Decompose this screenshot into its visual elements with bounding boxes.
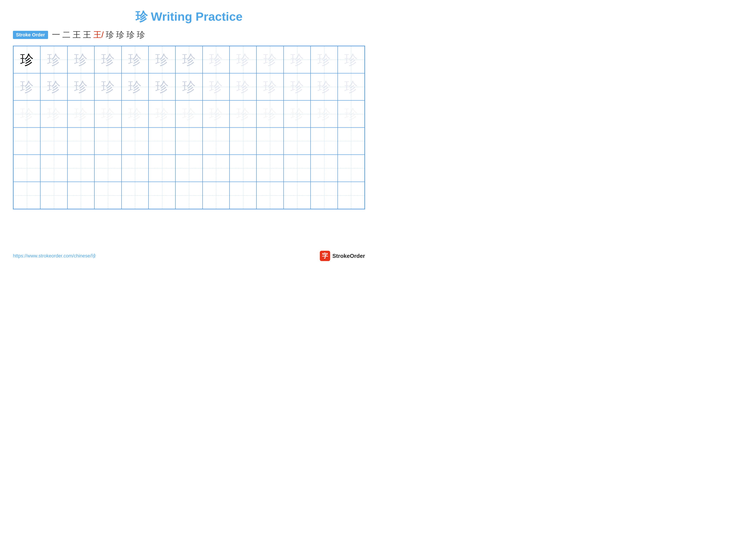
grid-cell[interactable]: 珍 [14,100,40,128]
grid-cell[interactable] [94,182,121,209]
grid-cell[interactable]: 珍 [148,100,176,128]
grid-cell[interactable]: 珍 [202,100,230,128]
grid-cell[interactable] [202,128,230,155]
grid-cell[interactable]: 珍 [230,46,256,73]
grid-cell[interactable]: 珍 [284,46,310,73]
page-title: 珍 Writing Practice [13,9,365,25]
grid-cell[interactable]: 珍 [148,46,176,73]
grid-cell[interactable] [338,128,364,155]
grid-cell[interactable] [202,155,230,182]
grid-cell[interactable] [256,182,284,209]
cell-character: 珍 [317,107,331,121]
cell-character: 珍 [209,80,223,93]
cell-character: 珍 [155,53,169,66]
stroke-8: 珍 [126,29,135,40]
grid-cell[interactable] [40,182,67,209]
grid-cell[interactable]: 珍 [94,46,121,73]
grid-cell[interactable]: 珍 [338,100,364,128]
grid-cell[interactable]: 珍 [40,73,67,100]
cell-character: 珍 [290,80,304,93]
grid-cell[interactable] [284,182,310,209]
grid-cell[interactable]: 珍 [94,100,121,128]
grid-cell[interactable]: 珍 [310,73,338,100]
grid-cell[interactable] [94,128,121,155]
grid-cell[interactable] [40,155,67,182]
grid-cell[interactable]: 珍 [122,73,148,100]
stroke-6: 珍 [106,29,114,40]
grid-cell[interactable]: 珍 [230,73,256,100]
grid-cell[interactable]: 珍 [256,46,284,73]
grid-cell[interactable]: 珍 [68,100,94,128]
grid-cell[interactable]: 珍 [202,46,230,73]
grid-cell[interactable]: 珍 [338,46,364,73]
grid-cell[interactable] [68,128,94,155]
grid-cell[interactable]: 珍 [176,46,202,73]
cell-character: 珍 [128,53,142,66]
grid-cell[interactable]: 珍 [176,73,202,100]
grid-cell[interactable]: 珍 [256,100,284,128]
grid-cell[interactable] [310,155,338,182]
stroke-order-row: Stroke Order 一 二 王 王 王/ 珍 珍 珍 珍 [13,29,365,40]
cell-character: 珍 [182,107,196,121]
grid-cell[interactable]: 珍 [68,46,94,73]
grid-cell[interactable]: 珍 [122,100,148,128]
grid-cell[interactable]: 珍 [176,100,202,128]
grid-cell[interactable]: 珍 [256,73,284,100]
grid-cell[interactable] [122,155,148,182]
cell-character: 珍 [101,53,115,66]
grid-cell[interactable] [338,155,364,182]
stroke-7: 珍 [116,29,124,40]
grid-cell[interactable] [40,128,67,155]
cell-character: 珍 [47,80,61,93]
grid-cell[interactable]: 珍 [148,73,176,100]
grid-cell[interactable] [148,155,176,182]
cell-character: 珍 [236,53,250,66]
grid-cell[interactable] [230,128,256,155]
grid-cell[interactable] [14,155,40,182]
grid-cell[interactable]: 珍 [310,46,338,73]
grid-cell[interactable]: 珍 [310,100,338,128]
cell-character: 珍 [182,80,196,93]
grid-cell[interactable]: 珍 [284,73,310,100]
grid-cell[interactable] [176,182,202,209]
grid-cell[interactable] [14,182,40,209]
grid-cell[interactable] [230,155,256,182]
grid-cell[interactable] [338,182,364,209]
grid-cell[interactable]: 珍 [40,100,67,128]
grid-cell[interactable] [122,128,148,155]
grid-cell[interactable] [310,182,338,209]
grid-cell[interactable]: 珍 [284,100,310,128]
grid-cell[interactable] [284,155,310,182]
grid-cell[interactable] [176,128,202,155]
grid-cell[interactable] [310,128,338,155]
grid-cell[interactable] [176,155,202,182]
grid-cell[interactable] [122,182,148,209]
cell-character: 珍 [74,107,88,121]
grid-cell[interactable] [284,128,310,155]
grid-cell[interactable]: 珍 [230,100,256,128]
grid-cell[interactable] [68,155,94,182]
grid-cell[interactable]: 珍 [94,73,121,100]
grid-cell[interactable] [14,128,40,155]
grid-cell[interactable] [230,182,256,209]
grid-cell[interactable] [148,128,176,155]
stroke-3: 王 [73,29,81,40]
grid-cell[interactable] [94,155,121,182]
grid-cell[interactable] [256,128,284,155]
stroke-1: 一 [52,29,60,40]
grid-cell[interactable]: 珍 [14,46,40,73]
grid-cell[interactable]: 珍 [202,73,230,100]
grid-cell[interactable]: 珍 [14,73,40,100]
grid-cell[interactable]: 珍 [40,46,67,73]
grid-cell[interactable] [202,182,230,209]
grid-cell[interactable] [256,155,284,182]
grid-cell[interactable] [68,182,94,209]
cell-character: 珍 [290,53,304,66]
grid-cell[interactable]: 珍 [338,73,364,100]
grid-cell[interactable] [148,182,176,209]
cell-character: 珍 [20,53,34,66]
stroke-order-badge: Stroke Order [13,31,48,39]
grid-cell[interactable]: 珍 [122,46,148,73]
grid-cell[interactable]: 珍 [68,73,94,100]
cell-character: 珍 [20,80,34,93]
